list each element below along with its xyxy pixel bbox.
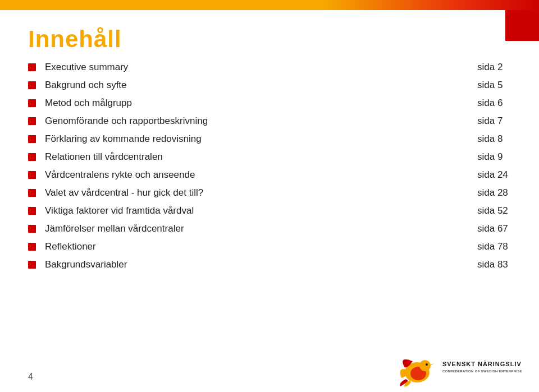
toc-item: Relationen till vårdcentralensida 9	[28, 151, 511, 163]
toc-bullet-icon	[28, 63, 36, 71]
toc-page: sida 78	[466, 241, 511, 252]
toc-bullet-icon	[28, 189, 36, 197]
toc-item: Bakgrundsvariablersida 83	[28, 259, 511, 270]
toc-item: Valet av vårdcentral - hur gick det till…	[28, 187, 511, 199]
toc-bullet-icon	[28, 117, 36, 125]
toc-label: Jämförelser mellan vårdcentraler	[45, 223, 466, 234]
toc-label: Executive summary	[45, 62, 466, 73]
toc-page: sida 5	[466, 80, 511, 91]
toc-label: Viktiga faktorer vid framtida vårdval	[45, 205, 466, 216]
toc-page: sida 28	[466, 187, 511, 199]
toc-bullet-icon	[28, 207, 36, 215]
toc-page: sida 9	[466, 151, 511, 163]
logo-text: SVENSKT NÄRINGSLIV CONFEDERATION OF SWED…	[442, 360, 522, 373]
toc-bullet-icon	[28, 135, 36, 143]
toc-page: sida 8	[466, 133, 511, 145]
logo-area: SVENSKT NÄRINGSLIV CONFEDERATION OF SWED…	[393, 347, 522, 386]
toc-page: sida 67	[466, 223, 511, 234]
toc-page: sida 2	[466, 62, 511, 73]
toc-item: Jämförelser mellan vårdcentralersida 67	[28, 223, 511, 234]
toc-page: sida 24	[466, 169, 511, 181]
toc-item: Vårdcentralens rykte och anseendesida 24	[28, 169, 511, 181]
toc-label: Genomförande och rapportbeskrivning	[45, 116, 466, 127]
toc-item: Metod och målgruppsida 6	[28, 98, 511, 109]
toc-item: Viktiga faktorer vid framtida vårdvalsid…	[28, 205, 511, 216]
svg-point-2	[419, 360, 431, 371]
toc-bullet-icon	[28, 99, 36, 107]
toc-label: Förklaring av kommande redovisning	[45, 133, 466, 145]
toc-bullet-icon	[28, 171, 36, 179]
page-number: 4	[28, 372, 33, 382]
toc-label: Reflektioner	[45, 241, 466, 252]
toc-item: Bakgrund och syftesida 5	[28, 80, 511, 91]
toc-label: Valet av vårdcentral - hur gick det till…	[45, 187, 466, 199]
toc-label: Bakgrund och syfte	[45, 80, 466, 91]
page-title: Innehåll	[28, 26, 511, 53]
toc-page: sida 52	[466, 205, 511, 216]
table-of-contents: Executive summarysida 2Bakgrund och syft…	[28, 62, 511, 277]
toc-bullet-icon	[28, 243, 36, 251]
logo-bird-icon	[393, 347, 438, 386]
toc-bullet-icon	[28, 153, 36, 161]
logo-sub-name: CONFEDERATION OF SWEDISH ENTERPRISE	[442, 369, 522, 373]
toc-item: Genomförande och rapportbeskrivningsida …	[28, 116, 511, 127]
toc-page: sida 6	[466, 98, 511, 109]
toc-bullet-icon	[28, 81, 36, 89]
toc-label: Metod och målgrupp	[45, 98, 466, 109]
toc-bullet-icon	[28, 261, 36, 269]
toc-item: Förklaring av kommande redovisningsida 8	[28, 133, 511, 145]
toc-bullet-icon	[28, 225, 36, 233]
toc-page: sida 83	[466, 259, 511, 270]
toc-label: Relationen till vårdcentralen	[45, 151, 466, 163]
toc-label: Vårdcentralens rykte och anseende	[45, 169, 466, 181]
toc-item: Reflektionersida 78	[28, 241, 511, 252]
title-section: Innehåll	[0, 10, 539, 64]
toc-page: sida 7	[466, 116, 511, 127]
toc-label: Bakgrundsvariabler	[45, 259, 466, 270]
top-bar	[0, 0, 539, 10]
svg-point-3	[426, 363, 428, 366]
logo-main-name: SVENSKT NÄRINGSLIV	[442, 360, 522, 368]
toc-item: Executive summarysida 2	[28, 62, 511, 73]
